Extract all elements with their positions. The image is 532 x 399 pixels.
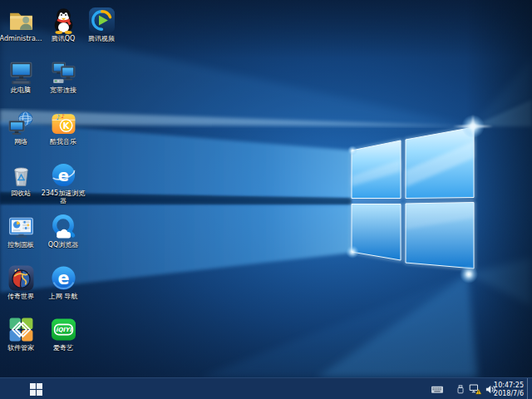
desktop-icon-label: 2345加速浏览器	[40, 190, 86, 204]
qq-icon	[50, 7, 77, 34]
tencent-video-icon	[88, 7, 116, 34]
taskbar-clock[interactable]: 10:47:25 2018/7/6	[494, 382, 524, 397]
taskbar: 10:47:25 2018/7/6	[0, 377, 532, 399]
desktop-icon-label: 酷我音乐	[40, 138, 86, 145]
desktop-icon-recycle-bin[interactable]: 回收站	[0, 161, 44, 197]
recycle-bin-icon	[7, 161, 35, 189]
desktop-icon-label: Administra...	[0, 35, 44, 42]
desktop-icon-nav-e[interactable]: e上网 导航	[40, 264, 86, 300]
system-tray	[431, 378, 497, 399]
svg-text:♪: ♪	[61, 113, 64, 120]
software-manager-icon	[7, 316, 35, 343]
desktop-icon-label: 上网 导航	[40, 293, 86, 300]
nav-e-icon: e	[50, 264, 77, 292]
touch-keyboard-icon[interactable]	[431, 384, 444, 395]
windows-logo-icon	[30, 383, 42, 396]
desktop-icon-label: 控制面板	[0, 241, 44, 249]
desktop-icon-browser-2345[interactable]: e2345加速浏览器	[40, 161, 86, 204]
network-warning-icon[interactable]	[469, 384, 482, 395]
desktop-icon-label: 此电脑	[0, 86, 44, 94]
desktop-icon-label: 传奇世界	[0, 293, 44, 300]
legend-world-icon	[7, 264, 35, 292]
clock-time: 10:47:25	[494, 382, 524, 390]
this-pc-icon	[7, 58, 35, 86]
network-icon	[7, 110, 35, 137]
desktop-icon-user-folder[interactable]: Administra...	[0, 7, 44, 42]
svg-text:e: e	[57, 268, 69, 288]
desktop-icon-label: 软件管家	[0, 344, 44, 352]
desktop-icon-software-manager[interactable]: 软件管家	[0, 316, 44, 352]
desktop-icon-this-pc[interactable]: 此电脑	[0, 58, 44, 94]
desktop-icon-tencent-video[interactable]: 腾讯视频	[78, 7, 125, 42]
desktop-screen: Administra...腾讯QQ腾讯视频此电脑宽带连接网络♪♪K酷我音乐回收站…	[0, 0, 532, 399]
usb-device-icon[interactable]	[456, 384, 466, 395]
desktop-icon-kuwo-music[interactable]: ♪♪K酷我音乐	[40, 110, 86, 145]
start-button[interactable]	[18, 378, 53, 399]
desktop-icon-legend-world[interactable]: 传奇世界	[0, 264, 44, 300]
desktop-icon-label: 回收站	[0, 190, 44, 197]
desktop-icon-iqiyi[interactable]: iQIYI爱奇艺	[40, 316, 86, 352]
svg-text:e: e	[57, 166, 68, 185]
browser-2345-icon: e	[50, 161, 77, 189]
desktop-icon-label: 网络	[0, 138, 44, 145]
iqiyi-icon: iQIYI	[50, 316, 77, 343]
desktop-icon-label: QQ浏览器	[40, 241, 86, 249]
desktop-icon-broadband[interactable]: 宽带连接	[40, 58, 86, 94]
control-panel-icon	[7, 213, 35, 240]
show-desktop-button[interactable]	[527, 378, 532, 399]
desktop-icon-label: 爱奇艺	[40, 344, 86, 352]
desktop-icon-label: 腾讯视频	[78, 35, 125, 42]
desktop-icon-control-panel[interactable]: 控制面板	[0, 213, 44, 249]
svg-text:K: K	[62, 121, 70, 131]
clock-date: 2018/7/6	[494, 390, 524, 398]
desktop-icon-qq-browser[interactable]: QQ浏览器	[40, 213, 86, 249]
svg-text:♪: ♪	[56, 113, 60, 121]
user-folder-icon	[7, 7, 35, 34]
desktop-icon-grid: Administra...腾讯QQ腾讯视频此电脑宽带连接网络♪♪K酷我音乐回收站…	[0, 0, 532, 377]
qq-browser-icon	[50, 213, 77, 240]
broadband-icon	[50, 58, 77, 86]
desktop-icon-label: 宽带连接	[40, 86, 86, 94]
kuwo-music-icon: ♪♪K	[50, 110, 77, 137]
desktop-icon-network[interactable]: 网络	[0, 110, 44, 145]
svg-text:iQIYI: iQIYI	[55, 326, 71, 333]
